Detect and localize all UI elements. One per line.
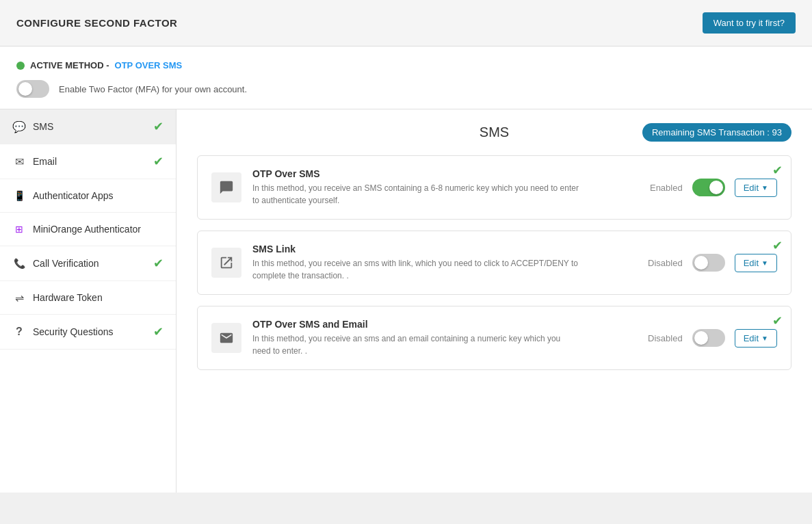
miniorange-icon: ⊞ — [12, 222, 26, 236]
sidebar-item-hardware[interactable]: ⇌ Hardware Token — [0, 281, 176, 315]
otp-sms-title: OTP Over SMS — [252, 168, 631, 179]
sidebar-label-hardware: Hardware Token — [33, 292, 163, 303]
mfa-toggle[interactable] — [16, 80, 49, 98]
sms-link-card-icon — [211, 248, 241, 278]
sms-link-title: SMS Link — [252, 244, 631, 254]
otp-sms-edit-button[interactable]: Edit ▼ — [735, 179, 777, 197]
main-content: 💬 SMS ✔ ✉ Email ✔ 📱 Authenticator Apps ⊞… — [0, 109, 812, 493]
sidebar-label-security: Security Questions — [33, 326, 153, 337]
otp-sms-card-text: OTP Over SMS In this method, you receive… — [252, 168, 631, 207]
otp-sms-toggle-track[interactable] — [692, 179, 725, 196]
otp-sms-check-icon: ✔ — [772, 163, 783, 178]
email-icon: ✉ — [12, 155, 26, 168]
mfa-toggle-label: Enable Two Factor (MFA) for your own acc… — [59, 84, 247, 94]
sidebar-label-miniorange: MiniOrange Authenticator — [33, 224, 163, 235]
otp-sms-email-desc: In this method, you receive an sms and a… — [252, 332, 581, 357]
otp-sms-card-icon — [211, 172, 241, 202]
otp-sms-email-toggle-track[interactable] — [692, 329, 725, 347]
sidebar-item-call[interactable]: 📞 Call Verification ✔ — [0, 246, 176, 281]
sidebar-item-sms[interactable]: 💬 SMS ✔ — [0, 109, 176, 144]
otp-sms-email-title: OTP Over SMS and Email — [252, 319, 631, 330]
method-card-otp-sms-email: ✔ OTP Over SMS and Email In this method,… — [197, 306, 791, 370]
sidebar: 💬 SMS ✔ ✉ Email ✔ 📱 Authenticator Apps ⊞… — [0, 109, 176, 493]
sidebar-label-call: Call Verification — [33, 258, 153, 269]
otp-sms-email-toggle[interactable] — [692, 329, 725, 347]
otp-sms-toggle-knob — [709, 181, 723, 194]
sidebar-item-security[interactable]: ? Security Questions ✔ — [0, 315, 176, 350]
otp-sms-controls: Enabled Edit ▼ — [645, 179, 777, 197]
right-panel: SMS Remaining SMS Transaction : 93 ✔ OTP… — [176, 109, 812, 493]
active-method-label: ACTIVE METHOD - OTP OVER SMS — [16, 60, 796, 70]
sms-link-check-icon: ✔ — [772, 238, 783, 253]
security-icon: ? — [12, 325, 26, 339]
try-first-button[interactable]: Want to try it first? — [703, 12, 796, 34]
sms-link-toggle-knob — [694, 256, 708, 270]
sms-icon: 💬 — [12, 120, 26, 133]
toggle-track[interactable] — [16, 80, 49, 98]
sms-link-edit-button[interactable]: Edit ▼ — [735, 254, 777, 272]
active-method-bar: ACTIVE METHOD - OTP OVER SMS Enable Two … — [0, 47, 812, 109]
sidebar-item-miniorange[interactable]: ⊞ MiniOrange Authenticator — [0, 213, 176, 246]
method-card-sms-link: ✔ SMS Link In this method, you receive a… — [197, 231, 791, 295]
active-indicator-dot — [16, 62, 25, 70]
otp-sms-email-check-icon: ✔ — [772, 313, 783, 328]
sms-check-icon: ✔ — [153, 119, 163, 134]
sms-link-controls: Disabled Edit ▼ — [645, 254, 777, 272]
otp-sms-email-status: Disabled — [645, 333, 683, 343]
security-check-icon: ✔ — [153, 324, 163, 339]
otp-sms-email-edit-chevron: ▼ — [761, 335, 768, 342]
sms-link-desc: In this method, you receive an sms with … — [252, 257, 581, 282]
sms-remaining-badge: Remaining SMS Transaction : 93 — [642, 123, 791, 142]
panel-header: SMS Remaining SMS Transaction : 93 — [197, 123, 791, 142]
call-check-icon: ✔ — [153, 256, 163, 271]
otp-sms-status: Enabled — [645, 183, 683, 193]
page-header: CONFIGURE SECOND FACTOR Want to try it f… — [0, 0, 812, 47]
active-method-prefix: ACTIVE METHOD - — [30, 60, 109, 70]
email-check-icon: ✔ — [153, 154, 163, 169]
sms-link-card-text: SMS Link In this method, you receive an … — [252, 244, 631, 282]
active-method-name: OTP OVER SMS — [115, 60, 183, 70]
sidebar-item-authenticator[interactable]: 📱 Authenticator Apps — [0, 179, 176, 213]
otp-sms-desc: In this method, you receive an SMS conta… — [252, 182, 581, 207]
sidebar-label-authenticator: Authenticator Apps — [33, 190, 163, 201]
method-card-otp-sms: ✔ OTP Over SMS In this method, you recei… — [197, 155, 791, 220]
sidebar-label-email: Email — [33, 156, 153, 167]
sidebar-label-sms: SMS — [33, 121, 153, 132]
mfa-toggle-row: Enable Two Factor (MFA) for your own acc… — [16, 80, 796, 98]
sms-link-edit-chevron: ▼ — [761, 259, 768, 267]
toggle-knob — [18, 82, 32, 96]
otp-sms-edit-chevron: ▼ — [761, 184, 768, 192]
authenticator-icon: 📱 — [12, 189, 26, 202]
sidebar-item-email[interactable]: ✉ Email ✔ — [0, 144, 176, 179]
sms-link-toggle-track[interactable] — [692, 254, 725, 272]
sms-link-toggle[interactable] — [692, 254, 725, 272]
page-title: CONFIGURE SECOND FACTOR — [16, 17, 177, 29]
otp-sms-email-controls: Disabled Edit ▼ — [645, 329, 777, 348]
hardware-icon: ⇌ — [12, 291, 26, 304]
otp-sms-toggle[interactable] — [692, 179, 725, 196]
otp-sms-email-card-icon — [211, 323, 241, 353]
sms-link-status: Disabled — [645, 258, 683, 268]
otp-sms-email-card-text: OTP Over SMS and Email In this method, y… — [252, 319, 631, 357]
call-icon: 📞 — [12, 257, 26, 270]
panel-title: SMS — [395, 125, 594, 140]
otp-sms-email-toggle-knob — [694, 331, 708, 345]
otp-sms-email-edit-button[interactable]: Edit ▼ — [735, 329, 777, 348]
